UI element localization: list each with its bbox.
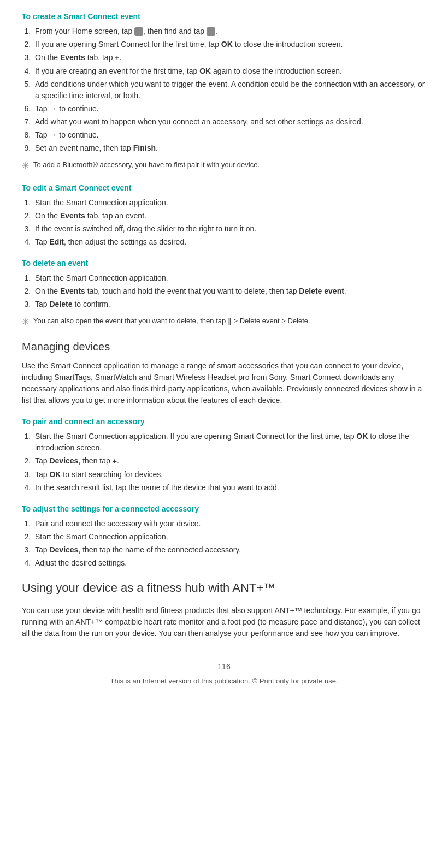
list-item: Adjust the desired settings. [33, 557, 426, 569]
edit-event-steps: Start the Smart Connection application. … [33, 197, 426, 248]
events-tab-label-2: Events [60, 287, 85, 295]
list-item: If the event is switched off, drag the s… [33, 223, 426, 235]
list-item: If you are opening Smart Connect for the… [33, 39, 426, 50]
delete-event-tip: ✳ You can also open the event that you w… [22, 316, 426, 329]
plus-icon-2: + [113, 456, 117, 467]
tip-text-2: You can also open the event that you wan… [33, 316, 310, 326]
list-item: Start the Smart Connection application. [33, 272, 426, 284]
events-tab-label: Events [60, 211, 85, 220]
list-item: Add what you want to happen when you con… [33, 116, 426, 128]
list-item: On the Events tab, tap an event. [33, 210, 426, 222]
adjust-settings-section: To adjust the settings for a connected a… [22, 503, 426, 569]
plus-icon: + [115, 52, 119, 64]
tip-icon: ✳ [22, 159, 29, 173]
edit-event-heading: To edit a Smart Connect event [22, 182, 426, 194]
page-number: 116 [22, 661, 426, 673]
list-item: From your Home screen, tap , then find a… [33, 26, 426, 37]
list-item: Tap OK to start searching for devices. [33, 469, 426, 480]
list-item: On the Events tab, touch and hold the ev… [33, 286, 426, 297]
edit-label: Edit [49, 237, 63, 246]
list-item: Tap to continue. [33, 129, 426, 141]
devices-label: Devices [49, 456, 78, 465]
footer-disclaimer: This is an Internet version of this publ… [22, 676, 426, 687]
list-item: If you are creating an event for the fir… [33, 66, 426, 77]
list-item: Tap Devices, then tap the name of the co… [33, 544, 426, 556]
managing-devices-heading: Managing devices [22, 338, 426, 355]
list-item: Start the Smart Connection application. [33, 531, 426, 543]
adjust-settings-steps: Pair and connect the accessory with your… [33, 518, 426, 569]
page-footer: 116 This is an Internet version of this … [22, 661, 426, 687]
ok-label-4: OK [49, 470, 61, 479]
finish-label: Finish [133, 144, 156, 152]
list-item: On the Events tab, tap +. [33, 52, 426, 64]
list-item: Tap Devices, then tap +. [33, 455, 426, 467]
pair-connect-section: To pair and connect an accessory Start t… [22, 416, 426, 494]
create-event-heading: To create a Smart Connect event [22, 11, 426, 22]
edit-event-section: To edit a Smart Connect event Start the … [22, 182, 426, 248]
devices-label-2: Devices [49, 545, 78, 554]
list-item: Tap Edit, then adjust the settings as de… [33, 236, 426, 248]
list-item: Add conditions under which you want to t… [33, 79, 426, 102]
pair-connect-steps: Start the Smart Connection application. … [33, 431, 426, 494]
arrow-icon-2 [49, 130, 57, 139]
list-item: Set an event name, then tap Finish. [33, 142, 426, 154]
events-label: Events [60, 53, 85, 62]
delete-event-steps: Start the Smart Connection application. … [33, 272, 426, 310]
ok-label: OK [221, 40, 233, 49]
adjust-settings-heading: To adjust the settings for a connected a… [22, 503, 426, 515]
ok-label-2: OK [199, 67, 211, 75]
create-event-steps: From your Home screen, tap , then find a… [33, 26, 426, 154]
list-item: Tap Delete to confirm. [33, 299, 426, 310]
fitness-hub-paragraph: You can use your device with health and … [22, 605, 426, 639]
managing-devices-paragraph: Use the Smart Connect application to man… [22, 360, 426, 406]
ok-label-3: OK [356, 432, 368, 441]
create-event-section: To create a Smart Connect event From you… [22, 11, 426, 173]
tip-text: To add a Bluetooth® accessory, you have … [33, 159, 260, 170]
smartconnect-icon [207, 27, 215, 36]
tip-icon-2: ✳ [22, 316, 29, 329]
create-event-tip: ✳ To add a Bluetooth® accessory, you hav… [22, 159, 426, 173]
arrow-icon [49, 104, 57, 113]
pair-connect-heading: To pair and connect an accessory [22, 416, 426, 427]
delete-event-section: To delete an event Start the Smart Conne… [22, 258, 426, 329]
delete-event-heading: To delete an event [22, 258, 426, 269]
fitness-hub-section: Using your device as a fitness hub with … [22, 579, 426, 639]
list-item: Pair and connect the accessory with your… [33, 518, 426, 530]
home-icon [134, 27, 143, 36]
list-item: Start the Smart Connection application. … [33, 431, 426, 454]
list-item: Tap to continue. [33, 103, 426, 115]
list-item: In the search result list, tap the name … [33, 482, 426, 494]
fitness-hub-heading: Using your device as a fitness hub with … [22, 579, 426, 599]
delete-label: Delete [49, 300, 72, 308]
delete-event-label: Delete event [299, 287, 344, 295]
managing-devices-section: Managing devices Use the Smart Connect a… [22, 338, 426, 406]
list-item: Start the Smart Connection application. [33, 197, 426, 209]
